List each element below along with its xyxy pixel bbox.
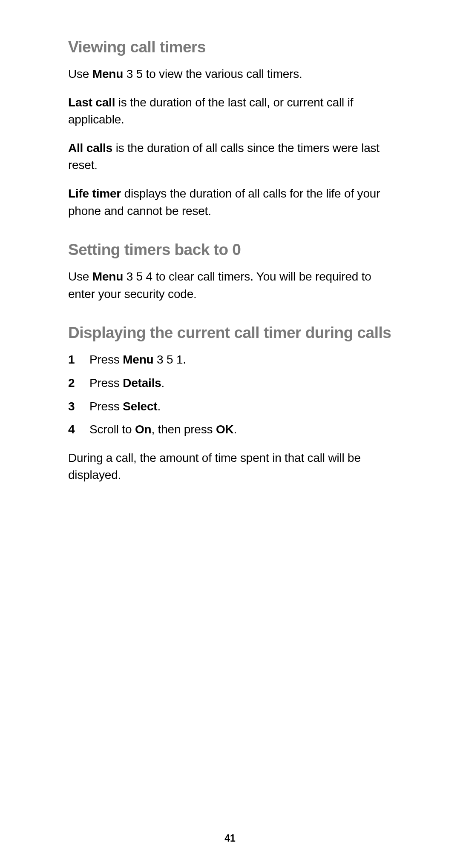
list-number: 3 (68, 398, 75, 415)
paragraph: All calls is the duration of all calls s… (68, 140, 392, 174)
list-item: 3 Press Select. (68, 398, 392, 415)
list-number: 4 (68, 421, 75, 438)
text-bold: Select (123, 400, 157, 413)
text-bold: All calls (68, 141, 112, 155)
text: Press (89, 400, 123, 413)
text-bold: OK (216, 423, 234, 436)
text-bold: Menu (92, 270, 123, 283)
text: Use (68, 67, 92, 80)
list-number: 2 (68, 375, 75, 392)
list-number: 1 (68, 351, 75, 369)
text: . (234, 423, 237, 436)
text-bold: Menu (123, 353, 153, 366)
text: . (157, 400, 161, 413)
text-bold: Details (123, 376, 161, 390)
paragraph: Life timer displays the duration of all … (68, 185, 392, 220)
section-heading-displaying-timer: Displaying the current call timer during… (68, 324, 392, 342)
text: 3 5 1. (153, 353, 186, 366)
text: is the duration of all calls since the t… (68, 141, 380, 172)
list-item: 2 Press Details. (68, 375, 392, 392)
text-bold: Menu (92, 67, 123, 80)
text: Press (89, 376, 123, 390)
text: , then press (151, 423, 216, 436)
section-heading-setting-timers: Setting timers back to 0 (68, 241, 392, 259)
text: 3 5 to view the various call timers. (123, 67, 302, 80)
paragraph: During a call, the amount of time spent … (68, 450, 392, 484)
paragraph: Use Menu 3 5 4 to clear call timers. You… (68, 268, 392, 303)
text: Use (68, 270, 92, 283)
text-bold: Last call (68, 96, 115, 109)
list-item: 1 Press Menu 3 5 1. (68, 351, 392, 369)
text-bold: Life timer (68, 187, 121, 200)
section-heading-viewing-call-timers: Viewing call timers (68, 38, 392, 56)
text-bold: On (135, 423, 151, 436)
paragraph: Last call is the duration of the last ca… (68, 94, 392, 129)
paragraph: Use Menu 3 5 to view the various call ti… (68, 66, 392, 83)
page-content: Viewing call timers Use Menu 3 5 to view… (0, 0, 460, 521)
text: Scroll to (89, 423, 135, 436)
list-item: 4 Scroll to On, then press OK. (68, 421, 392, 438)
text: . (161, 376, 165, 390)
page-number: 41 (0, 833, 460, 844)
text: Press (89, 353, 123, 366)
